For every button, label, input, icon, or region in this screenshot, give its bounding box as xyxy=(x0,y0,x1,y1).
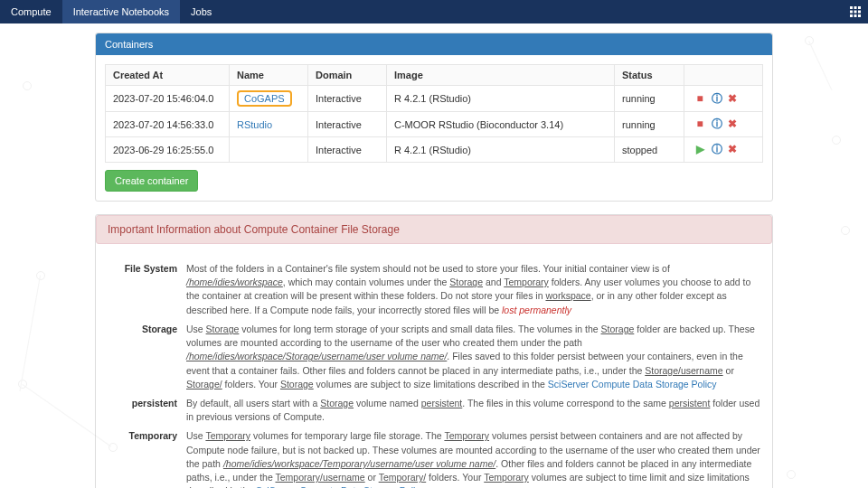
apps-grid-icon[interactable] xyxy=(843,0,868,23)
container-name-link[interactable]: CoGAPS xyxy=(244,93,285,104)
stop-icon[interactable]: ■ xyxy=(695,92,704,105)
play-icon[interactable]: ▶ xyxy=(695,143,704,155)
storage-policy-link[interactable]: SciServer Compute Data Storage Policy xyxy=(548,379,717,389)
col-created: Created At xyxy=(106,65,230,86)
delete-icon[interactable]: ✖ xyxy=(728,117,737,130)
nav-jobs[interactable]: Jobs xyxy=(180,0,222,23)
col-name: Name xyxy=(230,65,308,86)
table-row: 2023-06-29 16:25:55.0InteractiveR 4.2.1 … xyxy=(106,137,763,163)
svg-rect-6 xyxy=(850,14,853,17)
svg-rect-7 xyxy=(854,14,857,17)
info-alert-title: Important Information about Compute Cont… xyxy=(96,215,772,244)
panel-title: Containers xyxy=(96,33,772,55)
text-persistent: By default, all users start with a Stora… xyxy=(186,397,763,424)
label-storage: Storage xyxy=(105,323,186,391)
info-panel: Important Information about Compute Cont… xyxy=(95,214,773,488)
containers-table: Created At Name Domain Image Status 2023… xyxy=(105,64,763,163)
col-status: Status xyxy=(615,65,684,86)
nav-compute[interactable]: Compute xyxy=(0,0,62,23)
label-filesystem: File System xyxy=(105,262,186,317)
containers-panel: Containers Created At Name Domain Image … xyxy=(95,33,773,202)
svg-rect-0 xyxy=(850,6,853,9)
col-actions xyxy=(684,65,763,86)
table-row: 2023-07-20 15:46:04.0CoGAPSInteractiveR … xyxy=(106,86,763,112)
svg-rect-5 xyxy=(858,11,861,14)
info-icon[interactable]: ⓘ xyxy=(712,142,721,157)
svg-rect-8 xyxy=(858,14,861,17)
text-storage: Use Storage volumes for long term storag… xyxy=(186,323,763,391)
svg-rect-1 xyxy=(854,6,857,9)
top-nav: Compute Interactive Notebooks Jobs xyxy=(0,0,868,23)
label-persistent: persistent xyxy=(105,397,186,424)
col-domain: Domain xyxy=(308,65,387,86)
svg-rect-4 xyxy=(854,11,857,14)
table-row: 2023-07-20 14:56:33.0RStudioInteractiveC… xyxy=(106,112,763,137)
svg-rect-3 xyxy=(850,11,853,14)
svg-rect-2 xyxy=(858,6,861,9)
text-temporary: Use Temporary volumes for temporary larg… xyxy=(186,429,763,488)
text-filesystem: Most of the folders in a Container's fil… xyxy=(186,262,763,317)
label-temporary: Temporary xyxy=(105,429,186,488)
create-container-button[interactable]: Create container xyxy=(105,170,198,192)
delete-icon[interactable]: ✖ xyxy=(728,143,737,155)
info-icon[interactable]: ⓘ xyxy=(712,91,721,107)
stop-icon[interactable]: ■ xyxy=(695,117,704,130)
delete-icon[interactable]: ✖ xyxy=(728,92,737,105)
info-icon[interactable]: ⓘ xyxy=(712,117,721,132)
container-name-link[interactable]: RStudio xyxy=(237,119,272,130)
nav-interactive-notebooks[interactable]: Interactive Notebooks xyxy=(62,0,180,23)
col-image: Image xyxy=(387,65,615,86)
